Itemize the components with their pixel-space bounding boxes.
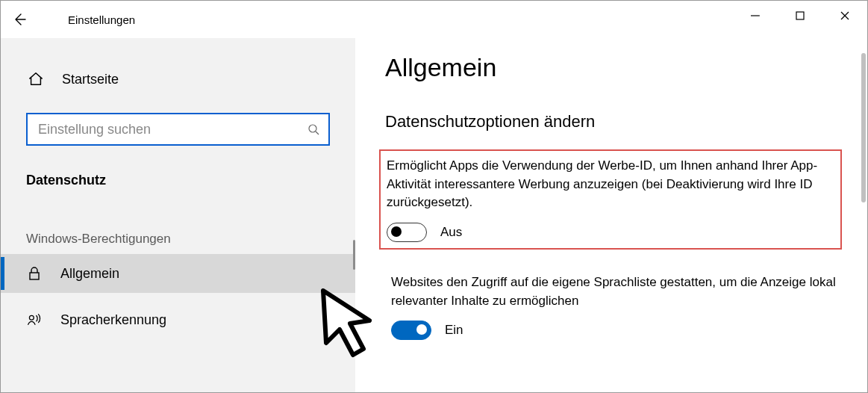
svg-line-5 [316,131,319,134]
search-box[interactable] [26,113,330,146]
sidebar-home[interactable]: Startseite [1,61,355,98]
page-title: Allgemein [385,53,867,82]
close-button[interactable] [822,1,867,31]
svg-rect-1 [796,12,804,19]
toggle-knob [416,324,427,335]
sidebar-item-allgemein[interactable]: Allgemein [1,254,355,293]
sidebar-item-label: Spracherkennung [60,312,166,328]
setting-desc: Websites den Zugriff auf die eigene Spra… [391,273,842,310]
sidebar-home-label: Startseite [62,72,119,87]
sidebar-group-heading: Windows-Berechtigungen [1,232,355,247]
toggle-state-label: Ein [445,323,463,338]
minimize-icon [751,11,760,20]
toggle-language-list[interactable] [391,321,431,340]
setting-language-list: Websites den Zugriff auf die eigene Spra… [385,267,848,346]
scrollbar[interactable] [861,53,866,202]
search-input[interactable] [37,121,307,138]
pane-divider[interactable] [353,240,355,270]
back-button[interactable] [1,1,38,38]
toggle-advertising-id[interactable] [387,223,427,242]
content-area: Allgemein Datenschutzoptionen ändern Erm… [355,38,867,392]
sidebar-item-spracherkennung[interactable]: Spracherkennung [1,300,355,339]
titlebar: Einstellungen [1,1,867,38]
svg-rect-6 [30,273,39,279]
toggle-state-label: Aus [440,225,462,240]
arrow-left-icon [12,12,27,27]
window-title: Einstellungen [68,13,135,26]
svg-point-7 [29,315,34,320]
close-icon [840,11,849,20]
setting-advertising-id: Ermöglicht Apps die Verwendung der Werbe… [379,149,842,250]
minimize-button[interactable] [733,1,778,31]
sidebar: Startseite Datenschutz Windows-Berechtig… [1,38,355,392]
toggle-knob [391,226,402,237]
window-controls [733,1,867,31]
home-icon [28,71,44,87]
setting-desc: Ermöglicht Apps die Verwendung der Werbe… [387,157,834,212]
maximize-button[interactable] [778,1,822,31]
sidebar-section-title: Datenschutz [1,173,355,188]
page-subtitle: Datenschutzoptionen ändern [385,112,867,131]
svg-point-4 [309,125,316,132]
sidebar-item-label: Allgemein [60,266,119,282]
search-icon [307,123,319,135]
speech-icon [26,312,43,328]
lock-icon [27,266,42,281]
maximize-icon [796,11,805,20]
